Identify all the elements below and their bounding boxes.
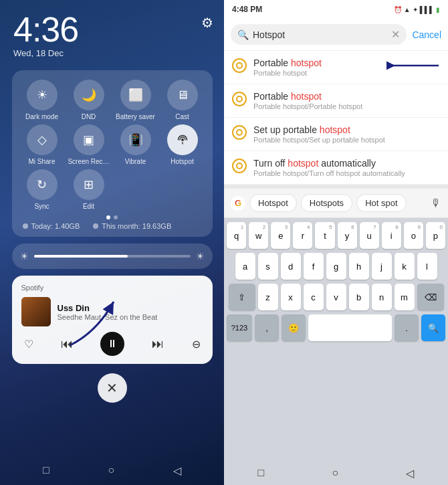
result-icon-3 bbox=[232, 125, 247, 140]
result-icon-inner-2 bbox=[236, 96, 243, 102]
cancel-button[interactable]: Cancel bbox=[412, 29, 441, 40]
key-t[interactable]: t5 bbox=[315, 222, 334, 249]
search-input-wrap[interactable]: 🔍 ✕ bbox=[231, 24, 407, 45]
screenrec-icon: ▣ bbox=[74, 124, 104, 155]
key-l[interactable]: l bbox=[417, 253, 437, 280]
key-a[interactable]: a bbox=[235, 253, 255, 280]
qs-row3: ↻ Sync ⊞ Edit bbox=[20, 169, 205, 210]
search-input[interactable] bbox=[253, 29, 387, 40]
arrow-left-annotation bbox=[386, 58, 440, 74]
key-y[interactable]: y6 bbox=[338, 222, 357, 249]
dark-mode-icon: ☀ bbox=[27, 80, 58, 110]
qs-label-sync: Sync bbox=[34, 203, 49, 210]
result-item-3[interactable]: Set up portable hotspot Portable hotspot… bbox=[224, 118, 448, 151]
suggestion-hotspots[interactable]: Hotspots bbox=[301, 194, 352, 212]
backspace-key[interactable]: ⌫ bbox=[417, 284, 444, 310]
quick-settings-grid: ☀ Dark mode 🌙 DND ⬜ Battery saver 🖥 Cast… bbox=[20, 80, 205, 165]
mishare-icon: ◇ bbox=[27, 124, 58, 155]
suggestion-hotspot[interactable]: Hotspot bbox=[249, 194, 297, 212]
nav-back-right[interactable]: ◁ bbox=[406, 467, 414, 480]
qs-item-screenrec[interactable]: ▣ Screen Rec… bbox=[67, 124, 111, 165]
qs-item-hotspot[interactable]: Hotspot bbox=[160, 124, 205, 165]
key-v[interactable]: v bbox=[326, 284, 346, 310]
qs-item-battery[interactable]: ⬜ Battery saver bbox=[114, 80, 158, 120]
signal-icon: ▌▌▌ bbox=[420, 6, 434, 13]
mic-icon[interactable]: 🎙 bbox=[431, 197, 441, 209]
status-icons: ⏰ ▲ ✦ ▌▌▌ ▮ bbox=[394, 6, 440, 13]
symbol-key[interactable]: ?123 bbox=[227, 314, 252, 341]
vibrate-icon: 📳 bbox=[120, 124, 151, 155]
spotify-app-name: Spotify bbox=[21, 284, 203, 292]
result-item-1[interactable]: Portable hotspot Portable hotspot bbox=[224, 51, 448, 84]
nav-square-left[interactable]: □ bbox=[43, 464, 49, 476]
key-u[interactable]: u7 bbox=[360, 222, 379, 249]
key-q[interactable]: q1 bbox=[227, 222, 246, 249]
key-p[interactable]: p0 bbox=[426, 222, 445, 249]
key-g[interactable]: g bbox=[326, 253, 346, 280]
like-button[interactable]: ♡ bbox=[24, 338, 33, 351]
search-submit-key[interactable]: 🔍 bbox=[421, 314, 445, 341]
wifi-icon: ▲ bbox=[404, 6, 411, 13]
search-results: Portable hotspot Portable hotspot bbox=[224, 51, 448, 185]
close-button[interactable]: ✕ bbox=[98, 373, 127, 403]
more-button[interactable]: ⊖ bbox=[192, 338, 201, 351]
suggestion-hot-spot[interactable]: Hot spot bbox=[356, 194, 406, 212]
qs-label-screenrec: Screen Rec… bbox=[68, 158, 109, 165]
nav-home-left[interactable]: ○ bbox=[108, 464, 114, 476]
spotify-album-art bbox=[21, 297, 51, 326]
emoji-key[interactable]: 🙂 bbox=[282, 314, 306, 341]
result-icon-inner-3 bbox=[236, 129, 243, 136]
kb-row-4: ?123 , 🙂 . 🔍 bbox=[227, 314, 445, 341]
result-title-1: Portable hotspot bbox=[253, 58, 380, 68]
key-s[interactable]: s bbox=[258, 253, 278, 280]
key-r[interactable]: r4 bbox=[293, 222, 312, 249]
result-item-2[interactable]: Portable hotspot Portable hotspot/Portab… bbox=[224, 84, 448, 118]
nav-square-right[interactable]: □ bbox=[258, 467, 265, 479]
key-d[interactable]: d bbox=[281, 253, 301, 280]
key-o[interactable]: o9 bbox=[404, 222, 423, 249]
key-x[interactable]: x bbox=[281, 284, 301, 310]
shift-key[interactable]: ⇧ bbox=[229, 284, 255, 310]
brightness-low-icon: ☀ bbox=[20, 251, 29, 262]
key-m[interactable]: m bbox=[395, 284, 415, 310]
qs-item-dnd[interactable]: 🌙 DND bbox=[67, 80, 111, 120]
key-j[interactable]: j bbox=[372, 253, 392, 280]
qs-label-vibrate: Vibrate bbox=[125, 158, 146, 165]
nav-back-left[interactable]: ◁ bbox=[173, 464, 181, 477]
cast-icon: 🖥 bbox=[167, 80, 198, 110]
result-icon-inner-1 bbox=[236, 62, 243, 69]
key-b[interactable]: b bbox=[349, 284, 369, 310]
result-icon-4 bbox=[232, 159, 247, 173]
brightness-fill bbox=[34, 255, 128, 258]
qs-item-cast[interactable]: 🖥 Cast bbox=[160, 80, 205, 120]
key-k[interactable]: k bbox=[395, 253, 415, 280]
result-item-4[interactable]: Turn off hotspot automatically Portable … bbox=[224, 151, 448, 185]
result-icon-1 bbox=[232, 58, 247, 73]
qs-item-sync[interactable]: ↻ Sync bbox=[20, 169, 64, 210]
dot-2 bbox=[114, 215, 118, 219]
next-button[interactable]: ⏭ bbox=[152, 337, 164, 351]
key-f[interactable]: f bbox=[304, 253, 324, 280]
storage-info: Today: 1.40GB This month: 19.63GB bbox=[20, 222, 205, 230]
key-i[interactable]: i8 bbox=[382, 222, 401, 249]
period-key[interactable]: . bbox=[395, 314, 419, 341]
brightness-slider[interactable] bbox=[34, 255, 191, 258]
settings-icon[interactable]: ⚙ bbox=[201, 15, 213, 31]
brightness-bar[interactable]: ☀ ☀ bbox=[12, 244, 213, 269]
space-key[interactable] bbox=[308, 314, 392, 341]
key-z[interactable]: z bbox=[258, 284, 278, 310]
qs-item-edit[interactable]: ⊞ Edit bbox=[67, 169, 111, 210]
key-c[interactable]: c bbox=[304, 284, 324, 310]
qs-item-vibrate[interactable]: 📳 Vibrate bbox=[114, 124, 158, 165]
key-w[interactable]: w2 bbox=[249, 222, 268, 249]
kb-row-2: a s d f g h j k l bbox=[227, 253, 445, 280]
storage-dot-today bbox=[23, 223, 28, 229]
key-h[interactable]: h bbox=[349, 253, 369, 280]
key-e[interactable]: e3 bbox=[271, 222, 290, 249]
qs-item-darkmode[interactable]: ☀ Dark mode bbox=[20, 80, 64, 120]
qs-item-mishare[interactable]: ◇ Mi Share bbox=[20, 124, 64, 165]
comma-key[interactable]: , bbox=[255, 314, 279, 341]
clear-search-button[interactable]: ✕ bbox=[391, 28, 400, 41]
nav-home-right[interactable]: ○ bbox=[332, 467, 339, 479]
key-n[interactable]: n bbox=[372, 284, 392, 310]
